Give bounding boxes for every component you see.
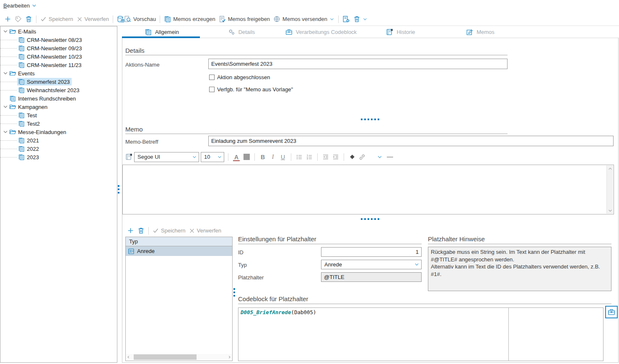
tree-item-crm-newsletter-10-23[interactable]: CRM-Newsletter 10/23: [0, 52, 117, 61]
memo-subject-input[interactable]: [208, 136, 614, 146]
italic-button[interactable]: I: [269, 152, 277, 162]
hyperlink-button[interactable]: [358, 152, 366, 162]
memo-icon: [18, 53, 25, 60]
horizontal-rule-button[interactable]: [386, 152, 394, 162]
tree-connector: [0, 115, 17, 116]
menu-bearbeiten[interactable]: Bearbeiten: [3, 3, 37, 9]
tree-item-e-mails[interactable]: E-Mails: [0, 27, 117, 36]
horizontal-scrollbar[interactable]: [126, 354, 232, 360]
discard-button[interactable]: Verwerfen: [75, 14, 111, 24]
tree-item-crm-newsletter-08-23[interactable]: CRM-Newsletter 08/23: [0, 36, 117, 44]
highlight-color-button[interactable]: [242, 152, 251, 162]
tree-item-kampagnen[interactable]: Kampagnen: [0, 103, 117, 111]
font-color-glyph: A: [234, 154, 238, 160]
tab-verarbeitungs-codeblock[interactable]: Verarbeitungs Codeblock: [281, 26, 361, 38]
chevron-down-icon: [414, 262, 420, 267]
folder-icon: [9, 129, 16, 135]
tree-item-test2[interactable]: Test2: [0, 119, 117, 128]
symbol-button[interactable]: [348, 152, 356, 162]
tree-item-sommerfest-2023[interactable]: Sommerfest 2023: [0, 77, 117, 86]
tree-item-test[interactable]: Test: [0, 111, 117, 119]
tree-item-events[interactable]: Events: [0, 69, 117, 77]
scroll-up-arrow[interactable]: [607, 165, 614, 172]
save-button[interactable]: Speichern: [39, 14, 75, 24]
font-family-select[interactable]: Segoe UI: [134, 152, 199, 162]
numbered-list-button[interactable]: [305, 152, 313, 162]
document-settings-button[interactable]: [341, 14, 352, 24]
more-options-button[interactable]: [376, 152, 384, 162]
tab-label: Details: [238, 29, 255, 35]
chevron-down-icon[interactable]: [3, 104, 8, 110]
table-row-anrede[interactable]: Anrede: [126, 246, 232, 256]
tree-item-messe-einladungen[interactable]: Messe-Einladungen: [0, 128, 117, 136]
action-name-input[interactable]: [208, 59, 508, 69]
tree-item-weihnachtsfeier-2023[interactable]: Weihnachtsfeier 2023: [0, 86, 117, 94]
outdent-button[interactable]: [321, 152, 330, 162]
chevron-down-icon[interactable]: [3, 129, 8, 135]
memo-icon: [18, 112, 25, 119]
tab-historie[interactable]: Historie: [361, 26, 440, 38]
placeholder-save-button[interactable]: Speichern: [151, 226, 187, 236]
checkbox-box[interactable]: [209, 87, 215, 92]
link-icon: [359, 154, 365, 160]
splitter-handle-horizontal[interactable]: [361, 218, 380, 220]
delete-memos-button[interactable]: [352, 14, 369, 24]
chevron-down-icon[interactable]: [3, 28, 8, 34]
scrollbar-track[interactable]: [131, 354, 227, 360]
splitter-handle-vertical[interactable]: [233, 288, 235, 297]
indent-button[interactable]: [332, 152, 340, 162]
tree-item-2021[interactable]: 2021: [0, 136, 117, 145]
codeblock-tools-button[interactable]: [605, 306, 618, 318]
send-memos-button[interactable]: Memos versenden: [272, 14, 336, 24]
font-color-button[interactable]: A: [232, 152, 241, 162]
placeholder-add-button[interactable]: [125, 226, 136, 236]
bold-glyph: B: [261, 154, 265, 160]
tree-item-crm-newsletter-11-23[interactable]: CRM-Newsletter 11/23: [0, 61, 117, 69]
tree-item-internes-rundschreiben[interactable]: Internes Rundschreiben: [0, 94, 117, 103]
checkbox-action-completed[interactable]: Aktion abgeschlossen: [209, 74, 270, 80]
check-icon: [40, 16, 47, 22]
preview-button[interactable]: Vorschau: [122, 14, 158, 24]
placeholder-table: Typ Anrede: [125, 237, 233, 361]
add-button[interactable]: [3, 14, 13, 24]
create-memos-button[interactable]: Memos erzeugen: [162, 14, 217, 24]
id-input[interactable]: [321, 247, 422, 257]
typ-select[interactable]: Anrede: [321, 260, 422, 269]
create-memos-label: Memos erzeugen: [173, 16, 215, 22]
memo-body-editor[interactable]: [122, 165, 614, 214]
underline-button[interactable]: U: [279, 152, 287, 162]
scroll-down-arrow[interactable]: [607, 207, 614, 214]
placeholder-delete-button[interactable]: [136, 226, 146, 236]
briefcase-icon: [285, 28, 293, 36]
bullet-list-button[interactable]: [295, 152, 303, 162]
tree-item-2022[interactable]: 2022: [0, 145, 117, 153]
release-memos-button[interactable]: Memos freigeben: [217, 14, 272, 24]
details-section-title: Details: [125, 47, 145, 54]
splitter-handle-vertical[interactable]: [118, 185, 119, 194]
placeholder-discard-button[interactable]: Verwerfen: [187, 226, 223, 236]
codeblock-editor[interactable]: D005_BriefAnrede(Dab005): [238, 307, 603, 361]
tab-details[interactable]: Details: [202, 26, 281, 38]
release-memos-label: Memos freigeben: [228, 16, 270, 22]
typ-label: Typ: [238, 262, 247, 268]
scrollbar-thumb[interactable]: [134, 354, 197, 360]
checkbox-memo-from-template[interactable]: Verfgb. für "Memo aus Vorlage": [209, 86, 293, 93]
tag-button[interactable]: [13, 14, 23, 24]
toolbar-separator: [113, 15, 113, 23]
scroll-left-arrow[interactable]: [126, 354, 131, 360]
stationery-icon[interactable]: [125, 153, 132, 160]
tree-item-crm-newsletter-09-23[interactable]: CRM-Newsletter 09/23: [0, 44, 117, 52]
checkbox-box[interactable]: [209, 75, 215, 80]
splitter-handle-horizontal[interactable]: [361, 119, 380, 120]
vertical-scrollbar[interactable]: [606, 165, 613, 214]
font-size-select[interactable]: 10: [201, 152, 224, 162]
codeblock-pane-divider[interactable]: [508, 308, 509, 361]
chevron-down-icon[interactable]: [3, 70, 8, 76]
tab-memos[interactable]: Memos: [440, 26, 520, 38]
tree-item-2023[interactable]: 2023: [0, 153, 117, 161]
chevron-down-icon: [217, 155, 222, 160]
placeholder-table-header[interactable]: Typ: [126, 237, 232, 246]
delete-button[interactable]: [23, 14, 34, 24]
scroll-right-arrow[interactable]: [227, 354, 232, 360]
bold-button[interactable]: B: [259, 152, 267, 162]
